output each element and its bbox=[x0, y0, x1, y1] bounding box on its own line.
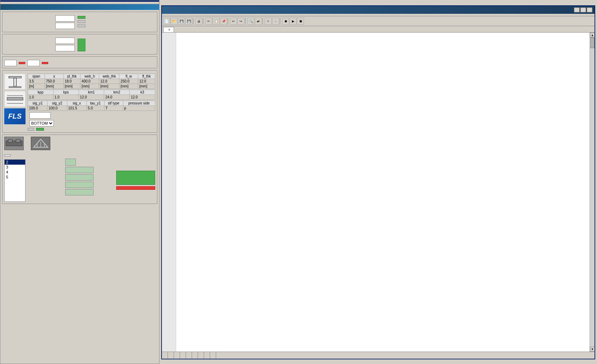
npp-close-button[interactable]: ✕ bbox=[587, 7, 592, 12]
zoom-out-button[interactable]: - bbox=[272, 18, 279, 25]
find-button[interactable]: 🔍 bbox=[247, 18, 254, 25]
save-file-button[interactable]: 💾 bbox=[178, 18, 185, 25]
status-ln bbox=[180, 352, 186, 359]
vertical-scrollbar[interactable]: ▲ ▼ bbox=[590, 33, 595, 352]
delete-point-input[interactable] bbox=[27, 60, 40, 66]
comp-item-4[interactable]: 4 bbox=[5, 170, 25, 175]
npp-menu-tools[interactable] bbox=[202, 14, 208, 16]
npp-menu-edit[interactable] bbox=[168, 14, 174, 16]
val-sigx[interactable] bbox=[67, 106, 86, 111]
npp-menu-window[interactable] bbox=[225, 14, 231, 16]
point-y-input[interactable] bbox=[55, 23, 75, 29]
val-kpp[interactable] bbox=[28, 95, 53, 100]
comp-item-2[interactable]: 2 bbox=[5, 160, 25, 165]
code-editor[interactable] bbox=[176, 33, 590, 352]
print-button[interactable]: 🖨 bbox=[195, 18, 202, 25]
record-button[interactable]: ⏺ bbox=[282, 18, 289, 25]
save-all-button[interactable]: 💾 bbox=[185, 18, 192, 25]
copy-button[interactable]: 📋 bbox=[213, 18, 220, 25]
delete-line-button[interactable] bbox=[19, 62, 25, 64]
npp-menu-run[interactable] bbox=[214, 14, 219, 16]
add-point-button[interactable] bbox=[78, 16, 85, 19]
max-elevation-input[interactable] bbox=[65, 182, 94, 188]
npp-menu-encoding[interactable] bbox=[185, 14, 191, 16]
copy-point-button[interactable] bbox=[78, 20, 85, 23]
paste-button[interactable]: 📌 bbox=[220, 18, 227, 25]
open-file-button[interactable]: 📂 bbox=[170, 18, 178, 25]
npp-menu-file[interactable] bbox=[163, 14, 168, 16]
val-sigy2[interactable] bbox=[47, 106, 67, 111]
material-yield-input[interactable] bbox=[29, 112, 51, 119]
menu-file[interactable] bbox=[2, 2, 6, 3]
toolbar-sep-3 bbox=[228, 18, 229, 25]
find-compartments-button[interactable] bbox=[4, 137, 26, 150]
cut-button[interactable]: ✂ bbox=[205, 18, 212, 25]
val-pl-thk[interactable] bbox=[63, 79, 80, 84]
scroll-down-button[interactable]: ▼ bbox=[590, 347, 595, 352]
val-web-h[interactable] bbox=[80, 79, 99, 84]
undo-button[interactable]: ↩ bbox=[230, 18, 237, 25]
npp-menu-view[interactable] bbox=[180, 14, 185, 16]
npp-menu-settings[interactable] bbox=[197, 14, 202, 16]
from-point-input[interactable] bbox=[55, 38, 75, 44]
min-elevation-input[interactable] bbox=[65, 189, 94, 195]
set-comp-props-button[interactable] bbox=[116, 171, 155, 185]
comp-item-5[interactable]: 5 bbox=[5, 175, 25, 180]
new-file-button[interactable]: 📄 bbox=[163, 18, 170, 25]
val-sigy1[interactable] bbox=[28, 106, 47, 111]
struct-type-row: BOTTOM TOP SIDE bbox=[28, 120, 155, 126]
comp-item-3[interactable]: 3 bbox=[5, 165, 25, 170]
add-line-button[interactable] bbox=[78, 39, 85, 51]
val-km1[interactable] bbox=[79, 95, 104, 100]
stop-button[interactable]: ⏹ bbox=[297, 18, 304, 25]
scroll-track[interactable] bbox=[590, 38, 595, 347]
struct-type-select[interactable]: BOTTOM TOP SIDE bbox=[29, 120, 54, 126]
val-web-thk[interactable] bbox=[99, 79, 119, 84]
scroll-thumb[interactable] bbox=[590, 38, 595, 48]
val-s[interactable] bbox=[45, 79, 63, 84]
overpressure-input[interactable] bbox=[65, 174, 94, 181]
delete-point-button[interactable] bbox=[42, 62, 48, 64]
val-tauy1[interactable] bbox=[86, 106, 104, 111]
val-k3[interactable] bbox=[130, 95, 155, 100]
val-pressside[interactable] bbox=[123, 106, 155, 111]
menu-sesam[interactable] bbox=[22, 2, 26, 3]
external-pressures-button[interactable] bbox=[31, 137, 52, 150]
npp-menu-plugins[interactable] bbox=[219, 14, 225, 16]
val-fl-thk[interactable] bbox=[138, 79, 155, 84]
val-fl-w[interactable] bbox=[119, 79, 138, 84]
play-button[interactable]: ▶ bbox=[289, 18, 297, 25]
add-to-line-button[interactable] bbox=[36, 128, 44, 131]
val-stftype[interactable] bbox=[104, 106, 123, 111]
to-point-input[interactable] bbox=[55, 45, 75, 51]
scroll-up-button[interactable]: ▲ bbox=[590, 33, 595, 38]
npp-menu-language[interactable] bbox=[191, 14, 197, 16]
display-comp-button[interactable] bbox=[4, 154, 11, 157]
val-span[interactable] bbox=[28, 79, 45, 84]
menu-reporting[interactable] bbox=[17, 2, 21, 3]
replace-button[interactable]: ⇄ bbox=[255, 18, 262, 25]
unit-mm2: [mm] bbox=[63, 84, 80, 89]
npp-minimize-button[interactable]: ─ bbox=[574, 7, 580, 12]
menu-geometry[interactable] bbox=[7, 2, 11, 3]
npp-tab-testjs[interactable]: ✕ bbox=[163, 27, 174, 32]
val-km2[interactable] bbox=[104, 95, 130, 100]
npp-maximize-button[interactable]: □ bbox=[580, 7, 586, 12]
show-types-button[interactable] bbox=[28, 128, 34, 131]
delete-line-input[interactable] bbox=[4, 60, 17, 66]
npp-menu-macro[interactable] bbox=[208, 14, 214, 16]
menu-help[interactable] bbox=[12, 2, 16, 3]
npp-menu-help[interactable] bbox=[231, 14, 236, 16]
redo-button[interactable]: ↪ bbox=[237, 18, 244, 25]
npp-tab-close-button[interactable]: ✕ bbox=[168, 28, 171, 32]
val-kps[interactable] bbox=[53, 95, 79, 100]
move-point-button[interactable] bbox=[78, 24, 85, 27]
npp-menu-search[interactable] bbox=[174, 14, 180, 16]
tank-density-row bbox=[28, 167, 113, 173]
comp-list[interactable]: 2 3 4 5 bbox=[4, 159, 26, 202]
delete-tanks-button[interactable] bbox=[116, 186, 155, 190]
point-x-input[interactable] bbox=[55, 15, 75, 22]
comp-icons-row bbox=[4, 137, 155, 150]
zoom-in-button[interactable]: + bbox=[265, 18, 272, 25]
tank-density-input[interactable] bbox=[65, 167, 94, 173]
